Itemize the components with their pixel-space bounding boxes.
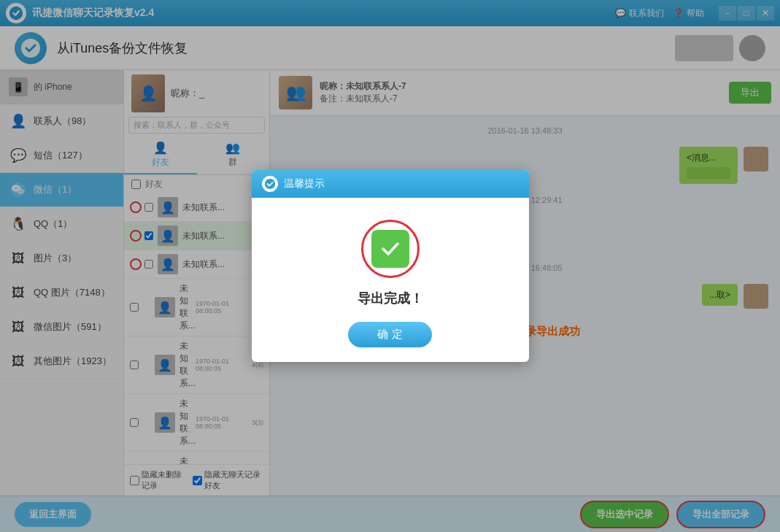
dialog-ok-btn[interactable]: 确 定 <box>348 322 431 347</box>
dialog-body: 导出完成！ 确 定 <box>252 198 529 362</box>
dialog-message: 导出完成！ <box>266 290 514 307</box>
dialog: 温馨提示 导出完成！ 确 定 <box>252 170 529 362</box>
dialog-check-circle <box>361 220 420 278</box>
dialog-title: 温馨提示 <box>284 177 325 190</box>
svg-point-9 <box>264 179 274 189</box>
dialog-overlay: 温馨提示 导出完成！ 确 定 <box>0 0 780 532</box>
dialog-check-inner <box>371 230 409 268</box>
dialog-title-bar: 温馨提示 <box>252 170 529 198</box>
dialog-logo <box>262 176 278 192</box>
